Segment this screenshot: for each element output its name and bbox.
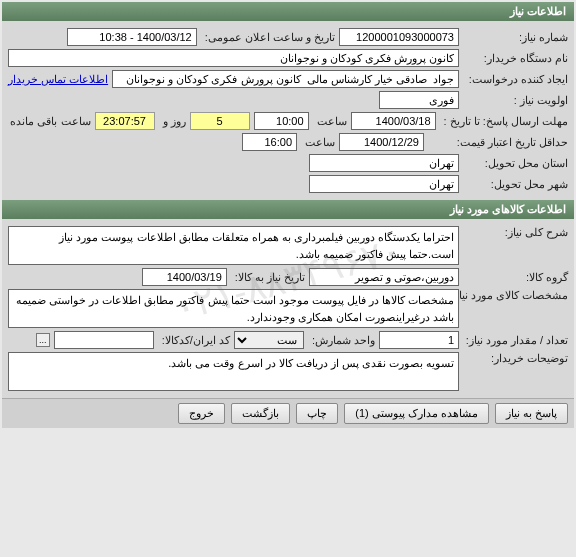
group-field bbox=[309, 268, 459, 286]
need-to-date-field bbox=[142, 268, 227, 286]
contact-buyer-link[interactable]: اطلاعات تماس خریدار bbox=[8, 73, 108, 86]
lookup-icon[interactable]: ... bbox=[36, 333, 50, 347]
countdown-box: 23:07:57 bbox=[95, 112, 155, 130]
general-desc-field: احتراما یکدستگاه دوربین فیلمبرداری به هم… bbox=[8, 226, 459, 265]
public-dt-field bbox=[67, 28, 197, 46]
days-remaining-box: 5 bbox=[190, 112, 250, 130]
section-goods-header: اطلاعات کالاهای مورد نیاز bbox=[2, 200, 574, 219]
buyer-notes-label: توضیحات خریدار: bbox=[463, 352, 568, 365]
general-desc-label: شرح کلی نیاز: bbox=[463, 226, 568, 239]
group-label: گروه کالا: bbox=[463, 271, 568, 284]
iran-code-field[interactable] bbox=[54, 331, 154, 349]
reply-time-label: ساعت bbox=[313, 115, 347, 128]
back-button[interactable]: بازگشت bbox=[231, 403, 290, 424]
org-field bbox=[8, 49, 459, 67]
delivery-city-field bbox=[309, 175, 459, 193]
reply-time-field bbox=[254, 112, 309, 130]
delivery-province-field bbox=[309, 154, 459, 172]
need-to-date-label: تاریخ نیاز به کالا: bbox=[231, 271, 305, 284]
need-no-field bbox=[339, 28, 459, 46]
priority-field bbox=[379, 91, 459, 109]
section-goods-body: شرح کلی نیاز: احتراما یکدستگاه دوربین فی… bbox=[2, 219, 574, 398]
respond-button[interactable]: پاسخ به نیاز bbox=[495, 403, 568, 424]
delivery-province-label: استان محل تحویل: bbox=[463, 157, 568, 170]
section-info-header: اطلاعات نیاز bbox=[2, 2, 574, 21]
buyer-notes-field: تسویه بصورت نقدی پس از دریافت کالا در اس… bbox=[8, 352, 459, 391]
unit-label: واحد شمارش: bbox=[308, 334, 375, 347]
section-info-body: شماره نیاز: تاریخ و ساعت اعلان عمومی: نا… bbox=[2, 21, 574, 200]
qty-label: تعداد / مقدار مورد نیاز: bbox=[463, 334, 568, 347]
reply-date-field bbox=[351, 112, 436, 130]
min-validity-time-label: ساعت bbox=[301, 136, 335, 149]
qty-field bbox=[379, 331, 459, 349]
remaining-label: ساعت باقی مانده bbox=[6, 115, 90, 128]
unit-select[interactable]: ست bbox=[234, 331, 304, 349]
iran-code-label: کد ایران/کدکالا: bbox=[158, 334, 230, 347]
min-validity-time-field bbox=[242, 133, 297, 151]
priority-label: اولویت نیاز : bbox=[463, 94, 568, 107]
attachments-button[interactable]: مشاهده مدارک پیوستی (1) bbox=[344, 403, 489, 424]
min-validity-date-field bbox=[339, 133, 424, 151]
days-label: روز و bbox=[159, 115, 186, 128]
creator-label: ایجاد کننده درخواست: bbox=[463, 73, 568, 86]
min-validity-label: حداقل تاریخ اعتبار قیمت: bbox=[463, 136, 568, 149]
delivery-city-label: شهر محل تحویل: bbox=[463, 178, 568, 191]
need-no-label: شماره نیاز: bbox=[463, 31, 568, 44]
creator-field bbox=[112, 70, 459, 88]
spec-label: مشخصات کالای مورد نیاز: bbox=[463, 289, 568, 302]
button-bar: پاسخ به نیاز مشاهده مدارک پیوستی (1) چاپ… bbox=[2, 398, 574, 428]
public-dt-label: تاریخ و ساعت اعلان عمومی: bbox=[201, 31, 335, 44]
reply-deadline-label: مهلت ارسال پاسخ: تا تاریخ : bbox=[440, 115, 568, 128]
exit-button[interactable]: خروج bbox=[178, 403, 225, 424]
spec-field: مشخصات کالاها در فایل پیوست موجود است حت… bbox=[8, 289, 459, 328]
print-button[interactable]: چاپ bbox=[296, 403, 338, 424]
org-label: نام دستگاه خریدار: bbox=[463, 52, 568, 65]
